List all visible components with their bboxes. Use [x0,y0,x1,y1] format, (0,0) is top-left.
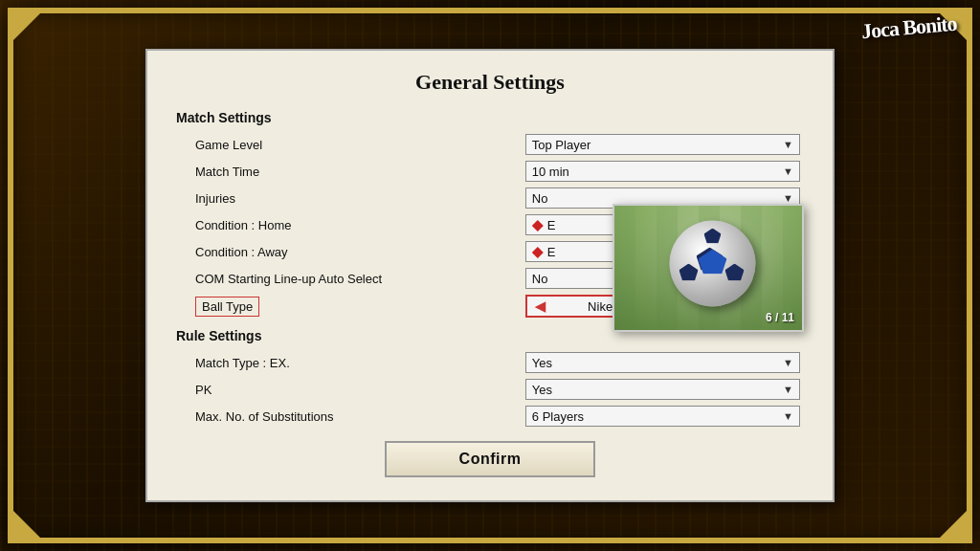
ball-patch [704,229,722,244]
table-row: PK Yes ▼ [176,376,804,403]
match-time-dropdown[interactable]: 10 min ▼ [525,161,800,182]
substitutions-value: 6 Players [532,409,584,424]
arrow-left-icon[interactable]: ◀ [535,298,546,314]
chevron-down-icon: ▼ [783,192,793,204]
game-level-dropdown[interactable]: Top Player ▼ [525,134,800,155]
pk-label: PK [176,376,522,403]
table-row: Match Type : EX. Yes ▼ [176,349,804,376]
substitutions-dropdown[interactable]: 6 Players ▼ [525,406,800,427]
table-row: Match Time 10 min ▼ [176,158,804,185]
rule-settings-table: Match Type : EX. Yes ▼ PK Yes ▼ Max. No.… [176,349,804,430]
ball-preview-image: 6 / 11 [614,206,802,330]
substitutions-label: Max. No. of Substitutions [176,403,522,430]
diamond-icon [532,247,544,258]
match-time-label: Match Time [176,158,522,185]
match-settings-label: Match Settings [176,110,804,125]
match-type-value: Yes [532,356,552,370]
condition-home-value: E [532,218,556,232]
match-time-value: 10 min [532,165,569,179]
chevron-down-icon: ▼ [783,165,793,177]
ball-patch [679,264,699,281]
ball-counter: 6 / 11 [766,311,794,324]
confirm-button[interactable]: Confirm [385,441,595,477]
condition-home-label: Condition : Home [176,211,522,238]
match-type-dropdown[interactable]: Yes ▼ [525,352,800,373]
ball-visual [670,221,756,307]
ball-patch [725,264,745,281]
ball-circle [670,221,756,307]
chevron-down-icon: ▼ [783,410,793,422]
injuries-value: No [532,191,548,206]
ball-type-label: Ball Type [195,297,259,317]
condition-away-label: Condition : Away [176,238,522,265]
table-row: Max. No. of Substitutions 6 Players ▼ [176,403,804,430]
table-row: Game Level Top Player ▼ [176,131,804,158]
condition-away-value: E [532,245,556,259]
chevron-down-icon: ▼ [783,357,793,368]
diamond-icon [532,220,544,231]
injuries-label: Injuries [176,185,522,211]
pk-dropdown[interactable]: Yes ▼ [525,379,800,400]
com-lineup-label: COM Starting Line-up Auto Select [176,265,522,292]
chevron-down-icon: ▼ [783,139,793,150]
settings-panel: General Settings Match Settings Game Lev… [145,49,835,502]
game-level-label: Game Level [176,131,522,158]
ball-preview-popup: 6 / 11 [612,204,804,332]
game-level-value: Top Player [532,138,590,152]
panel-title: General Settings [176,70,804,95]
com-lineup-value: No [532,272,548,286]
match-type-label: Match Type : EX. [176,349,522,376]
chevron-down-icon: ▼ [783,384,793,395]
pk-value: Yes [532,383,552,397]
